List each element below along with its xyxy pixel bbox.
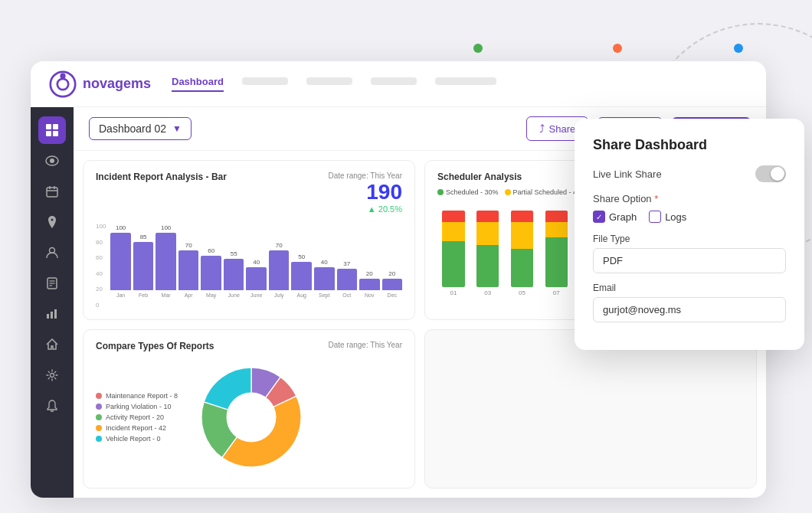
fourth-chart: [424, 329, 757, 489]
nav-tab-5[interactable]: [435, 76, 496, 92]
stacked-bar: [476, 211, 499, 287]
svg-rect-19: [51, 312, 53, 319]
stacked-segment: [511, 222, 533, 249]
pie-legend-item-3: Incident Report - 42: [96, 424, 195, 432]
compare-title: Compare Types Of Reports: [96, 341, 214, 351]
pie-legend: Maintenance Report - 8 Parking Violation…: [96, 392, 195, 443]
chart-big-number: 190: [328, 180, 402, 204]
logs-checkbox[interactable]: [649, 211, 661, 223]
stacked-bar-group: 05: [506, 211, 539, 296]
bar-value-label: 100: [161, 224, 171, 231]
chart-header: Incident Report Analysis - Bar Date rang…: [96, 172, 402, 217]
bar-group: 100Jan: [110, 223, 131, 298]
chart-change: ▲ 20.5%: [328, 204, 402, 214]
bar-chart: 100806040200 100Jan85Feb100Mar70Apr60May…: [96, 223, 402, 309]
stacked-segment: [476, 211, 499, 222]
bar-group: 50Aug: [291, 223, 312, 298]
bar-label: July: [274, 292, 283, 298]
stacked-segment: [545, 222, 568, 237]
share-panel: Share Dashboard Live Link Share Share Op…: [575, 119, 804, 350]
bar-value-label: 100: [116, 224, 126, 231]
logo-area: novagems: [49, 70, 172, 98]
bar-value-label: 60: [208, 247, 214, 254]
nav-tab-dashboard[interactable]: Dashboard: [172, 76, 224, 92]
bar-value-label: 20: [388, 270, 395, 277]
logo-text: novagems: [83, 76, 151, 92]
green-dot: [473, 44, 483, 53]
bar: [201, 256, 221, 290]
stacked-bar: [511, 211, 533, 287]
bar-label: May: [206, 292, 216, 298]
live-link-label: Live Link Share: [593, 168, 662, 180]
bar-label: June: [250, 292, 262, 298]
bar: [178, 250, 199, 290]
sidebar-item-reports[interactable]: [38, 270, 66, 297]
bar-group: 85Feb: [133, 223, 154, 298]
stacked-segment: [442, 241, 464, 287]
dashboard-select-label: Dashboard 02: [99, 123, 166, 135]
svg-rect-20: [54, 309, 57, 319]
bar-value-label: 55: [231, 250, 237, 257]
email-input[interactable]: [593, 297, 786, 322]
file-type-input[interactable]: [593, 248, 786, 273]
sidebar-item-calendar[interactable]: [38, 178, 66, 205]
nav-tab-4[interactable]: [371, 76, 417, 92]
svg-point-1: [57, 78, 68, 89]
stacked-segment: [442, 222, 464, 241]
share-option-section: Share Option * ✓ Graph Logs: [593, 193, 786, 223]
bar-label: Feb: [139, 292, 148, 298]
nav-tab-2[interactable]: [242, 76, 288, 92]
bar: [133, 242, 154, 290]
bar: [337, 269, 358, 290]
nav-tab-3[interactable]: [306, 76, 352, 92]
logo-icon: [49, 70, 77, 98]
bar: [359, 279, 380, 290]
sidebar-item-settings[interactable]: [38, 361, 66, 389]
chart-date-range: Date range: This Year: [328, 172, 402, 180]
pie-content: Maintenance Report - 8 Parking Violation…: [96, 358, 402, 478]
compare-header: Compare Types Of Reports Date range: Thi…: [96, 341, 402, 351]
live-link-row: Live Link Share: [593, 165, 786, 182]
bar-group: 55June: [224, 223, 244, 298]
bar-value-label: 37: [343, 260, 350, 267]
checkbox-row: ✓ Graph Logs: [593, 211, 786, 223]
stacked-segment: [442, 211, 464, 222]
sidebar-item-home[interactable]: [38, 331, 66, 358]
svg-point-2: [60, 73, 65, 78]
sidebar-item-view[interactable]: [38, 147, 66, 175]
sidebar-item-analytics[interactable]: [38, 300, 66, 328]
graph-checkbox[interactable]: ✓: [593, 211, 605, 223]
email-label: Email: [593, 283, 786, 293]
dashboard-select[interactable]: Dashboard 02 ▼: [89, 117, 192, 140]
bar-label: Mar: [162, 292, 171, 298]
svg-rect-9: [47, 188, 57, 197]
bar: [269, 250, 290, 290]
pie-donut-hole: [227, 392, 277, 442]
sidebar-item-dashboard[interactable]: [38, 116, 66, 144]
orange-dot: [613, 44, 622, 53]
yellow-legend-dot: [505, 189, 511, 195]
graph-checkbox-item[interactable]: ✓ Graph: [593, 211, 637, 223]
share-option-label: Share Option *: [593, 193, 786, 204]
logs-checkbox-item[interactable]: Logs: [649, 211, 686, 223]
bar: [224, 259, 244, 290]
bar-value-label: 40: [321, 259, 328, 266]
stacked-segment: [545, 211, 568, 222]
stacked-bar-group: 03: [472, 211, 504, 296]
sidebar-item-alerts[interactable]: [38, 392, 66, 420]
file-type-label: File Type: [593, 234, 786, 244]
sidebar-item-user[interactable]: [38, 239, 66, 266]
live-link-toggle[interactable]: [755, 165, 786, 182]
compare-date-range: Date range: This Year: [328, 341, 402, 349]
sidebar-item-location[interactable]: [38, 208, 66, 236]
pie-dot-2: [96, 414, 102, 420]
pie-legend-item-2: Activity Report - 20: [96, 413, 195, 421]
stacked-segment: [511, 211, 533, 222]
bar: [156, 233, 176, 290]
bar: [382, 279, 403, 290]
bar-group: 40Sept: [314, 223, 335, 298]
stacked-bar: [545, 211, 568, 287]
stacked-bar-group: 01: [437, 211, 470, 296]
stacked-bar-group: 07: [540, 211, 572, 296]
required-marker: *: [654, 193, 658, 204]
